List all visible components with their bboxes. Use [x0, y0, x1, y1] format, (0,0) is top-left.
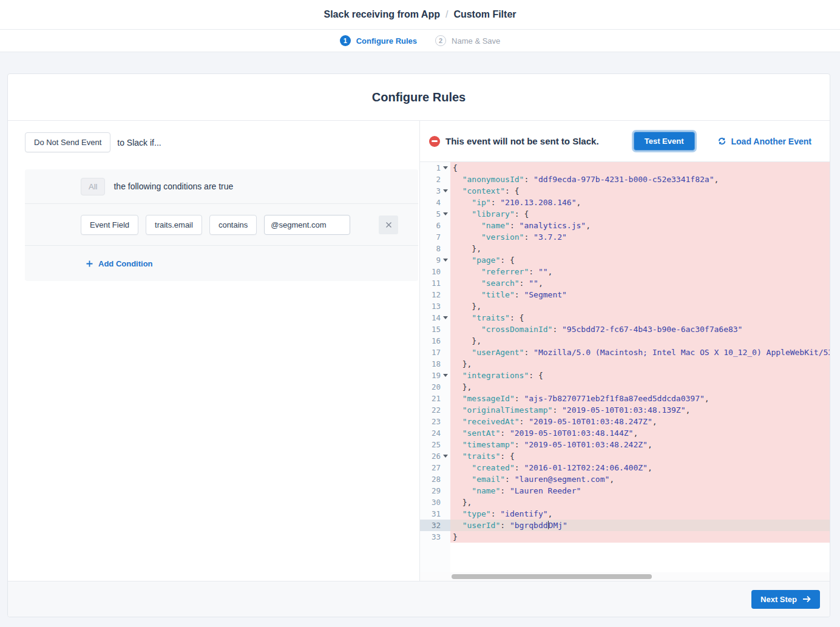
breadcrumb-destination-link[interactable]: Slack receiving from App — [323, 9, 439, 20]
code-line[interactable]: "email": "lauren@segment.com", — [450, 473, 830, 485]
condition-field-select[interactable]: traits.email — [146, 215, 202, 235]
json-code-editor[interactable]: 1234567891011121314151617181920212223242… — [420, 162, 830, 581]
gutter-line-number: 25 — [420, 439, 450, 450]
next-step-button[interactable]: Next Step — [751, 590, 820, 609]
code-line[interactable]: }, — [450, 335, 830, 347]
add-condition-label: Add Condition — [98, 259, 153, 268]
gutter-line-number: 31 — [420, 508, 450, 520]
code-line[interactable]: "sentAt": "2019-05-10T01:03:48.144Z", — [450, 427, 830, 439]
code-line[interactable]: "traits": { — [450, 312, 830, 324]
gutter-line-number: 13 — [420, 300, 450, 312]
code-line[interactable]: "originalTimestamp": "2019-05-10T01:03:4… — [450, 404, 830, 416]
code-line[interactable]: "userId": "bgrqbddDMj" — [450, 520, 830, 531]
preview-status-text: This event will not be sent to Slack. — [445, 136, 599, 146]
gutter-line-number: 26 — [420, 450, 450, 462]
condition-value-input[interactable] — [264, 215, 350, 235]
gutter-line-number: 19 — [420, 370, 450, 381]
gutter-line-number: 22 — [420, 404, 450, 416]
condition-field-type-select[interactable]: Event Field — [81, 215, 138, 235]
gutter-line-number: 15 — [420, 324, 450, 335]
arrow-right-icon — [802, 595, 811, 603]
code-line[interactable]: }, — [450, 358, 830, 370]
fold-chevron-down-icon[interactable] — [443, 212, 448, 215]
breadcrumb: Slack receiving from App / Custom Filter — [0, 0, 840, 30]
code-line[interactable]: }, — [450, 381, 830, 393]
card-footer: Next Step — [8, 581, 830, 617]
gutter-line-number: 6 — [420, 220, 450, 231]
gutter-line-number: 4 — [420, 197, 450, 208]
gutter-line-number: 11 — [420, 277, 450, 289]
step-2-label: Name & Save — [452, 36, 500, 46]
gutter-line-number: 28 — [420, 473, 450, 485]
code-line[interactable]: "title": "Segment" — [450, 289, 830, 300]
test-event-button[interactable]: Test Event — [634, 132, 695, 151]
gutter-line-number: 3 — [420, 185, 450, 197]
match-mode-row: All the following conditions are true — [25, 169, 418, 204]
step-name-and-save[interactable]: 2 Name & Save — [435, 35, 500, 46]
gutter-line-number: 20 — [420, 381, 450, 393]
gutter-line-number: 24 — [420, 427, 450, 439]
code-line[interactable]: "userAgent": "Mozilla/5.0 (Macintosh; In… — [450, 347, 830, 358]
fold-chevron-down-icon[interactable] — [443, 374, 448, 377]
fold-chevron-down-icon[interactable] — [443, 316, 448, 319]
not-sent-minus-icon — [429, 136, 440, 147]
editor-gutter: 1234567891011121314151617181920212223242… — [420, 162, 450, 581]
gutter-line-number: 16 — [420, 335, 450, 347]
code-line[interactable]: { — [450, 162, 830, 174]
code-line[interactable]: "traits": { — [450, 450, 830, 462]
code-line[interactable]: "type": "identify", — [450, 508, 830, 520]
condition-operator-select[interactable]: contains — [209, 215, 257, 235]
code-line[interactable]: "name": "analytics.js", — [450, 220, 830, 231]
add-condition-button[interactable]: Add Condition — [86, 259, 153, 268]
action-select-button[interactable]: Do Not Send Event — [25, 132, 110, 152]
code-line[interactable]: "integrations": { — [450, 370, 830, 381]
code-line[interactable]: "name": "Lauren Reeder" — [450, 485, 830, 497]
code-line[interactable]: "ip": "210.13.208.146", — [450, 197, 830, 208]
gutter-line-number: 21 — [420, 393, 450, 404]
fold-chevron-down-icon[interactable] — [443, 166, 448, 169]
code-line[interactable]: "referrer": "", — [450, 266, 830, 277]
code-line[interactable]: "context": { — [450, 185, 830, 197]
code-line[interactable]: "receivedAt": "2019-05-10T01:03:48.247Z"… — [450, 416, 830, 427]
match-mode-select[interactable]: All — [81, 178, 105, 195]
code-line[interactable]: "crossDomainId": "95cbdd72-fc67-4b43-b90… — [450, 324, 830, 335]
code-line[interactable]: "page": { — [450, 254, 830, 266]
fold-chevron-down-icon[interactable] — [443, 455, 448, 458]
code-line[interactable]: "search": "", — [450, 277, 830, 289]
code-line[interactable]: }, — [450, 300, 830, 312]
step-2-badge: 2 — [435, 35, 446, 46]
gutter-line-number: 18 — [420, 358, 450, 370]
close-icon — [385, 222, 392, 228]
configure-rules-card: Configure Rules Do Not Send Event to Sla… — [7, 73, 830, 617]
event-preview-panel: This event will not be sent to Slack. Te… — [420, 121, 830, 581]
code-line[interactable]: "messageId": "ajs-7b8270771eb2f1f8a87eed… — [450, 393, 830, 404]
next-step-label: Next Step — [760, 595, 797, 604]
code-line[interactable]: "created": "2016-01-12T02:24:06.400Z", — [450, 462, 830, 473]
load-another-event-link[interactable]: Load Another Event — [717, 137, 812, 146]
code-line[interactable]: "anonymousId": "ddf9ecda-977b-4231-b000-… — [450, 174, 830, 185]
refresh-icon — [717, 137, 727, 146]
gutter-line-number: 14 — [420, 312, 450, 324]
gutter-line-number: 17 — [420, 347, 450, 358]
fold-chevron-down-icon[interactable] — [443, 189, 448, 192]
code-line[interactable]: }, — [450, 497, 830, 508]
code-line[interactable]: "version": "3.7.2" — [450, 231, 830, 243]
gutter-line-number: 23 — [420, 416, 450, 427]
gutter-line-number: 9 — [420, 254, 450, 266]
code-line[interactable]: "timestamp": "2019-05-10T01:03:48.242Z", — [450, 439, 830, 450]
conditions-panel: All the following conditions are true Ev… — [25, 169, 418, 281]
preview-header: This event will not be sent to Slack. Te… — [420, 121, 830, 162]
gutter-line-number: 12 — [420, 289, 450, 300]
horizontal-scrollbar-thumb[interactable] — [452, 574, 652, 579]
breadcrumb-separator: / — [445, 9, 448, 20]
fold-chevron-down-icon[interactable] — [443, 259, 448, 262]
page-background: Configure Rules Do Not Send Event to Sla… — [0, 52, 840, 617]
code-line[interactable]: } — [450, 531, 830, 543]
remove-condition-button[interactable] — [379, 215, 398, 234]
code-line[interactable]: "library": { — [450, 208, 830, 220]
gutter-line-number: 10 — [420, 266, 450, 277]
code-line[interactable]: }, — [450, 243, 830, 254]
step-configure-rules[interactable]: 1 Configure Rules — [340, 35, 417, 46]
gutter-line-number: 7 — [420, 231, 450, 243]
gutter-line-number: 2 — [420, 174, 450, 185]
